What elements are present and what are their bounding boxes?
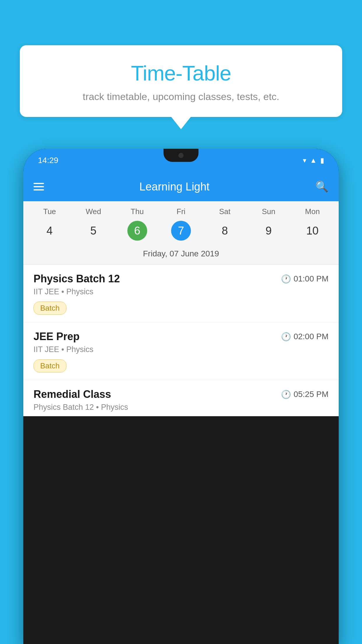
day-cell-9[interactable]: 9: [247, 219, 290, 242]
app-title: Time-Table: [31, 61, 331, 85]
battery-icon: ▮: [320, 156, 324, 164]
search-icon[interactable]: 🔍: [315, 181, 328, 193]
class-time-1: 🕐 01:00 PM: [281, 274, 328, 284]
day-cell-8[interactable]: 8: [203, 219, 247, 242]
status-time: 14:29: [38, 156, 58, 165]
signal-icon: ▲: [310, 156, 317, 164]
day-numbers: 4 5 6 7 8 9 10: [23, 218, 339, 247]
calendar-section: Tue Wed Thu Fri Sat Sun Mon 4 5 6 7: [23, 201, 339, 265]
day-cell-5[interactable]: 5: [71, 219, 115, 242]
app-bar-title: Learning Light: [34, 181, 315, 193]
status-bar: 14:29 ▾ ▲ ▮: [23, 149, 339, 172]
class-time-2: 🕐 02:00 PM: [281, 332, 328, 342]
phone-container: 14:29 ▾ ▲ ▮ Learning Light 🔍 Tue: [23, 149, 339, 644]
clock-icon-3: 🕐: [281, 390, 291, 399]
batch-badge-2: Batch: [34, 359, 66, 372]
class-item-physics-batch-12[interactable]: Physics Batch 12 🕐 01:00 PM IIT JEE • Ph…: [23, 265, 339, 322]
class-title-3: Remedial Class: [34, 388, 111, 400]
speech-bubble: Time-Table track timetable, upcoming cla…: [20, 45, 342, 117]
class-title-2: JEE Prep: [34, 330, 80, 343]
day-cell-6-today[interactable]: 6: [115, 219, 159, 242]
app-bar: Learning Light 🔍: [23, 172, 339, 201]
day-cell-10[interactable]: 10: [291, 219, 334, 242]
class-subtitle-1: IIT JEE • Physics: [34, 287, 328, 296]
class-time-3: 🕐 05:25 PM: [281, 390, 328, 399]
clock-icon-1: 🕐: [281, 274, 291, 284]
phone-content: Physics Batch 12 🕐 01:00 PM IIT JEE • Ph…: [23, 265, 339, 416]
class-subtitle-3: Physics Batch 12 • Physics: [34, 403, 328, 412]
day-header-wed: Wed: [71, 207, 115, 216]
day-cell-7-selected[interactable]: 7: [159, 219, 203, 242]
batch-badge-1: Batch: [34, 302, 66, 315]
camera-dot: [178, 153, 184, 158]
class-item-jee-prep[interactable]: JEE Prep 🕐 02:00 PM IIT JEE • Physics Ba…: [23, 322, 339, 380]
class-title-1: Physics Batch 12: [34, 273, 120, 285]
clock-icon-2: 🕐: [281, 332, 291, 342]
day-header-thu: Thu: [115, 207, 159, 216]
day-cell-4[interactable]: 4: [28, 219, 71, 242]
day-headers: Tue Wed Thu Fri Sat Sun Mon: [23, 201, 339, 218]
class-subtitle-2: IIT JEE • Physics: [34, 345, 328, 354]
speech-bubble-container: Time-Table track timetable, upcoming cla…: [20, 45, 342, 117]
day-header-mon: Mon: [291, 207, 334, 216]
day-header-sun: Sun: [247, 207, 290, 216]
day-header-tue: Tue: [28, 207, 71, 216]
phone-frame: 14:29 ▾ ▲ ▮ Learning Light 🔍 Tue: [23, 149, 339, 644]
day-header-sat: Sat: [203, 207, 247, 216]
wifi-icon: ▾: [303, 156, 306, 164]
notch: [164, 149, 198, 162]
status-icons: ▾ ▲ ▮: [303, 156, 324, 164]
app-subtitle: track timetable, upcoming classes, tests…: [31, 91, 331, 102]
class-item-remedial[interactable]: Remedial Class 🕐 05:25 PM Physics Batch …: [23, 380, 339, 416]
day-header-fri: Fri: [159, 207, 203, 216]
selected-date-label: Friday, 07 June 2019: [23, 247, 339, 265]
